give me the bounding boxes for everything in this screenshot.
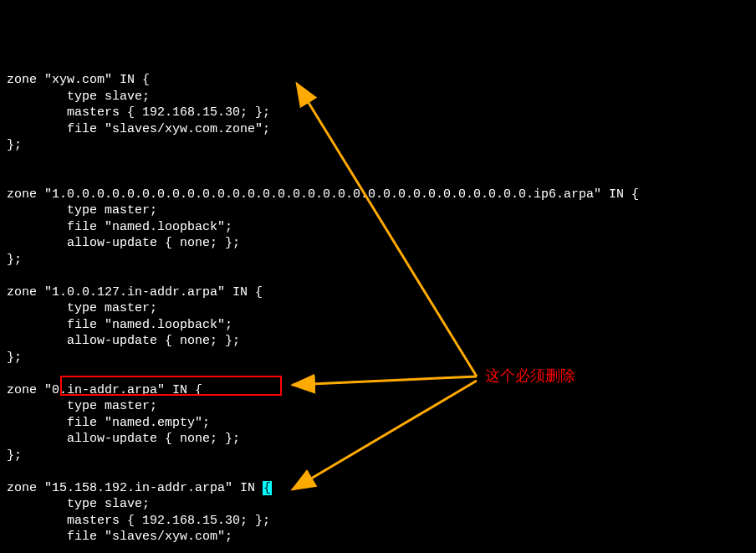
code-line: file "slaves/xyw.com.zone"; (7, 121, 749, 138)
code-line: allow-update { none; }; (7, 431, 749, 448)
code-line: }; (7, 137, 749, 154)
code-line: type master; (7, 202, 749, 219)
code-line (7, 366, 749, 382)
code-line (7, 463, 749, 480)
code-line: zone "1.0.0.0.0.0.0.0.0.0.0.0.0.0.0.0.0.… (7, 187, 749, 203)
code-line (7, 154, 749, 171)
code-line (7, 268, 749, 284)
code-line: }; (7, 350, 749, 366)
code-line: zone "0.in-addr.arpa" IN { (7, 382, 749, 399)
code-line: file "slaves/xyw.com"; (7, 529, 749, 545)
code-line: zone "15.158.192.in-addr.arpa" IN { (7, 480, 749, 497)
code-line: type master; (7, 300, 749, 317)
code-line (7, 545, 749, 554)
code-line: masters { 192.168.15.30; }; (7, 105, 749, 121)
code-line: file "named.loopback"; (7, 219, 749, 236)
code-line: type slave; (7, 89, 749, 105)
terminal-output: zone "xyw.com" IN { type slave; masters … (7, 72, 749, 553)
code-line: }; (7, 448, 749, 464)
code-line: type master; (7, 398, 749, 415)
code-line: allow-update { none; }; (7, 333, 749, 350)
code-line: masters { 192.168.15.30; }; (7, 513, 749, 530)
code-line: type slave; (7, 496, 749, 513)
code-line (7, 170, 749, 187)
code-line: zone "1.0.0.127.in-addr.arpa" IN { (7, 284, 749, 301)
code-line: file "named.empty"; (7, 415, 749, 432)
code-line: }; (7, 252, 749, 269)
code-line: allow-update { none; }; (7, 235, 749, 252)
code-line: zone "xyw.com" IN { (7, 72, 749, 89)
code-line: file "named.loopback"; (7, 317, 749, 334)
